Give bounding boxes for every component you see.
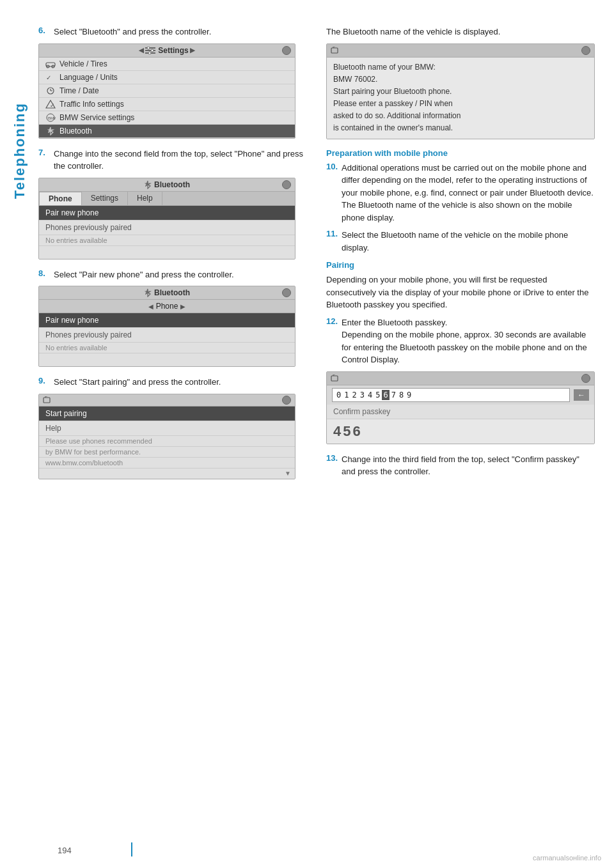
screen-start-pairing-header bbox=[39, 394, 295, 407]
svg-text:✓: ✓ bbox=[46, 74, 51, 81]
no-entries-available-item-2: No entries available bbox=[39, 343, 295, 353]
settings-header-label: Settings bbox=[158, 46, 188, 55]
menu-bluetooth: Bluetooth bbox=[39, 125, 295, 138]
help-item: Help bbox=[39, 421, 295, 436]
no-entries-available-item: No entries available bbox=[39, 235, 295, 246]
screen-dot-4 bbox=[282, 396, 291, 405]
screen-bmw-bt-info: Bluetooth name of your BMW: BMW 76002. S… bbox=[326, 43, 595, 139]
traffic-icon: ✓ bbox=[45, 100, 56, 109]
screen-bluetooth-tabs: Bluetooth Phone Settings Help Pair new p… bbox=[38, 178, 295, 260]
digit-7: 7 bbox=[390, 390, 397, 400]
tab-phone[interactable]: Phone bbox=[39, 192, 82, 205]
bt-name-line: Bluetooth name of your BMW: bbox=[333, 61, 588, 74]
phone-left-arrow: ◀ bbox=[148, 303, 154, 310]
tab-help[interactable]: Help bbox=[128, 192, 162, 205]
step-8: 8. Select "Pair new phone" and press the… bbox=[38, 268, 307, 281]
by-bmw-item: by BMW for best performance. bbox=[39, 447, 295, 458]
page-number: 194 bbox=[58, 846, 72, 855]
digit-2: 2 bbox=[350, 390, 358, 400]
passkey-digit-display: 0 1 2 3 4 5 6 7 8 9 bbox=[332, 388, 570, 402]
step-13: 13. Change into the third field from the… bbox=[326, 453, 595, 478]
step-7-num: 7. bbox=[38, 148, 50, 173]
bt-model-line: BMW 76002. bbox=[333, 74, 588, 86]
bluetooth-tabs-row: Phone Settings Help bbox=[39, 192, 295, 206]
backspace-button[interactable]: ← bbox=[574, 389, 589, 401]
phone-label: Phone bbox=[156, 302, 178, 311]
left-arrow-icon: ◀ bbox=[139, 47, 144, 54]
step-10-num: 10. bbox=[326, 162, 338, 224]
step-10-text: Additional operations must be carried ou… bbox=[342, 162, 595, 224]
phone-subheader: ◀ Phone ▶ bbox=[39, 300, 295, 313]
step-7-text: Change into the second field from the to… bbox=[54, 148, 307, 173]
bmw-icon: BMW bbox=[45, 113, 56, 122]
right-arrow-icon: ▶ bbox=[190, 47, 195, 54]
step-9: 9. Select "Start pairing" and press the … bbox=[38, 376, 307, 389]
svg-rect-6 bbox=[46, 63, 55, 66]
digit-3: 3 bbox=[359, 390, 366, 400]
screen-bluetooth-header: Bluetooth bbox=[39, 178, 295, 192]
menu-bmw-service: BMW BMW Service settings bbox=[39, 111, 295, 125]
step-6: 6. Select "Bluetooth" and press the cont… bbox=[38, 26, 307, 38]
section-pairing-title: Pairing bbox=[326, 260, 595, 270]
digit-9: 9 bbox=[405, 390, 413, 400]
start-pairing-item[interactable]: Start pairing bbox=[39, 407, 295, 421]
digit-4: 4 bbox=[366, 390, 374, 400]
menu-time-date: Time / Date bbox=[39, 84, 295, 98]
left-column: 6. Select "Bluetooth" and press the cont… bbox=[38, 26, 307, 488]
page-num-line bbox=[131, 842, 132, 856]
passkey-number-display: 456 bbox=[327, 419, 594, 444]
digit-5: 5 bbox=[374, 390, 381, 400]
confirm-passkey-field: Confirm passkey bbox=[327, 405, 594, 419]
digit-0: 0 bbox=[335, 390, 342, 400]
www-bmw-item: www.bmw.com/bluetooth bbox=[39, 458, 295, 469]
screen-2-wrapper: Bluetooth Phone Settings Help Pair new p… bbox=[38, 178, 295, 260]
watermark: carmanualsонline.info bbox=[533, 854, 601, 862]
svg-rect-18 bbox=[331, 48, 338, 53]
step-11: 11. Select the Bluetooth name of the veh… bbox=[326, 229, 595, 254]
step-13-text: Change into the third field from the top… bbox=[342, 453, 595, 478]
pair-new-phone-item-2[interactable]: Pair new phone bbox=[39, 313, 295, 328]
bluetooth-label: Bluetooth bbox=[59, 127, 92, 136]
svg-point-4 bbox=[151, 49, 154, 52]
back-icon bbox=[43, 396, 52, 404]
step-13-num: 13. bbox=[326, 453, 338, 478]
svg-point-3 bbox=[147, 47, 150, 49]
screen-dot bbox=[282, 46, 291, 55]
digit-8: 8 bbox=[398, 390, 405, 400]
passkey-header bbox=[327, 372, 594, 385]
step-7: 7. Change into the second field from the… bbox=[38, 148, 307, 173]
menu-language-units: ✓ Language / Units bbox=[39, 71, 295, 84]
step-12-num: 12. bbox=[326, 316, 338, 366]
passkey-digits-row: 0 1 2 3 4 5 6 7 8 9 ← bbox=[327, 385, 594, 405]
screen-bmw-bt-body: Bluetooth name of your BMW: BMW 76002. S… bbox=[327, 58, 594, 139]
language-units-label: Language / Units bbox=[59, 73, 118, 82]
bt-asked-line: asked to do so. Additional information bbox=[333, 110, 588, 122]
bt-enter-line: Please enter a passkey / PIN when bbox=[333, 98, 588, 110]
bluetooth-icon-3 bbox=[144, 288, 152, 297]
scroll-indicator: ▼ bbox=[39, 469, 295, 479]
vehicle-tires-label: Vehicle / Tires bbox=[59, 59, 107, 68]
screen-dot-3 bbox=[282, 288, 291, 297]
screen-start-pairing: Start pairing Help Please use phones rec… bbox=[38, 394, 295, 479]
svg-rect-19 bbox=[331, 376, 338, 381]
traffic-info-label: Traffic Info settings bbox=[59, 100, 124, 109]
settings-icon bbox=[145, 47, 155, 54]
step-10: 10. Additional operations must be carrie… bbox=[326, 162, 595, 224]
bluetooth-phone-header-label: Bluetooth bbox=[154, 288, 190, 297]
pair-new-phone-item[interactable]: Pair new phone bbox=[39, 206, 295, 221]
time-date-label: Time / Date bbox=[59, 86, 99, 95]
bt-start-line: Start pairing your Bluetooth phone. bbox=[333, 86, 588, 98]
screen-passkey: 0 1 2 3 4 5 6 7 8 9 ← Confirm passkey 45… bbox=[326, 371, 595, 444]
vehicle-icon bbox=[45, 59, 56, 68]
screen-3-wrapper: Bluetooth ◀ Phone ▶ Pair new phone Phone… bbox=[38, 286, 295, 367]
back-icon-r1 bbox=[331, 47, 340, 54]
step-6-text: Select "Bluetooth" and press the control… bbox=[54, 26, 211, 38]
digit-6-highlighted: 6 bbox=[382, 390, 389, 400]
please-use-phones-item: Please use phones recommended bbox=[39, 436, 295, 447]
screen-bluetooth-phone-header: Bluetooth bbox=[39, 286, 295, 300]
screen-dot-2 bbox=[282, 180, 291, 189]
bmw-service-label: BMW Service settings bbox=[59, 113, 134, 122]
step-11-num: 11. bbox=[326, 229, 338, 254]
time-icon bbox=[45, 86, 56, 95]
tab-settings[interactable]: Settings bbox=[82, 192, 128, 205]
